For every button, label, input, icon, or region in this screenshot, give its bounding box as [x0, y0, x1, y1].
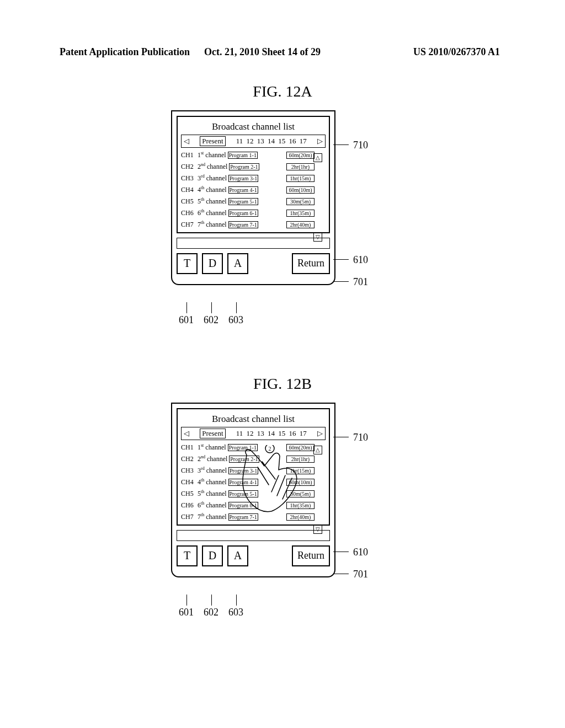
- callout-601: 601: [179, 607, 194, 618]
- figure-title-b: FIG. 12B: [0, 375, 565, 393]
- program-box[interactable]: Program 1-1: [228, 444, 258, 451]
- leader-line: [333, 144, 349, 145]
- channel-list: CH11st channelProgram 1-160m(20m)CH22nd …: [181, 148, 326, 229]
- channel-code: CH2: [181, 163, 198, 171]
- device-figure-b: Broadcast channel list ◁ Present 11 12 1…: [171, 403, 335, 577]
- list-item[interactable]: CH55th channelProgram 5-130m(5m): [181, 486, 315, 498]
- leader-line: [333, 552, 349, 552]
- program-box[interactable]: Program 4-1: [228, 186, 258, 194]
- list-item[interactable]: CH11st channelProgram 1-160m(20m): [181, 440, 315, 452]
- header-left: Patent Application Publication: [60, 46, 190, 58]
- channel-code: CH2: [181, 455, 198, 463]
- input-bar[interactable]: [177, 530, 330, 541]
- timeline-bar[interactable]: ◁ Present 11 12 13 14 15 16 17 ▷: [181, 427, 326, 440]
- leader-line: [186, 302, 187, 313]
- scroll-column: △ ▽: [313, 153, 322, 242]
- callout-602: 602: [204, 314, 218, 326]
- duration-box: 2hr(40m): [286, 513, 315, 521]
- timeline-bar[interactable]: ◁ Present 11 12 13 14 15 16 17 ▷: [181, 135, 326, 148]
- scroll-down-icon[interactable]: ▽: [313, 525, 322, 534]
- return-button[interactable]: Return: [292, 545, 330, 566]
- list-item[interactable]: CH66th channelProgram 6-11hr(35m): [181, 206, 315, 217]
- a-button[interactable]: A: [227, 545, 248, 566]
- channel-code: CH4: [181, 478, 198, 486]
- leader-line: [186, 595, 187, 606]
- screen-area: Broadcast channel list ◁ Present 11 12 1…: [177, 116, 330, 233]
- callout-710: 710: [353, 140, 368, 151]
- program-box[interactable]: Program 3-1: [228, 175, 258, 182]
- channel-name: 4th channel: [198, 185, 227, 194]
- scroll-column: △ ▽: [313, 446, 322, 534]
- callout-601: 601: [179, 314, 194, 326]
- timeline-hours: 11 12 13 14 15 16 17: [236, 429, 307, 438]
- channel-code: CH6: [181, 501, 198, 510]
- callout-701: 701: [353, 569, 368, 580]
- present-label[interactable]: Present: [200, 136, 225, 146]
- broadcast-title: Broadcast channel list: [181, 119, 326, 135]
- d-button[interactable]: D: [202, 253, 223, 274]
- scroll-down-icon[interactable]: ▽: [313, 233, 322, 242]
- program-box[interactable]: Program 6-1: [228, 502, 258, 509]
- program-box[interactable]: Program 7-1: [228, 221, 258, 228]
- channel-name: 1st channel: [198, 443, 226, 452]
- channel-code: CH3: [181, 467, 198, 475]
- header-middle: Oct. 21, 2010 Sheet 14 of 29: [204, 46, 321, 58]
- list-item[interactable]: CH22nd channelProgram 2-12hr(1hr): [181, 159, 315, 171]
- program-box[interactable]: Program 2-1: [229, 163, 259, 170]
- bottom-button-row: T D A Return: [172, 541, 334, 576]
- duration-box: 60m(20m): [286, 444, 315, 451]
- arrow-right-icon[interactable]: ▷: [317, 137, 323, 146]
- d-button[interactable]: D: [202, 545, 223, 566]
- callout-603: 603: [228, 607, 243, 618]
- duration-box: 60m(10m): [286, 186, 315, 194]
- arrow-right-icon[interactable]: ▷: [317, 429, 323, 438]
- list-item[interactable]: CH44th channelProgram 4-160m(10m): [181, 183, 315, 194]
- scroll-up-icon[interactable]: △: [313, 446, 322, 454]
- return-button[interactable]: Return: [292, 253, 330, 274]
- channel-code: CH5: [181, 197, 198, 206]
- broadcast-title: Broadcast channel list: [181, 411, 326, 427]
- a-button[interactable]: A: [227, 253, 248, 274]
- channel-code: CH1: [181, 443, 198, 452]
- duration-box: 2hr(40m): [286, 221, 315, 228]
- list-item[interactable]: CH77th channelProgram 7-12hr(40m): [181, 510, 315, 521]
- channel-name: 3rd channel: [198, 174, 227, 183]
- list-item[interactable]: CH33rd channelProgram 3-11hr(15m): [181, 171, 315, 183]
- duration-box: 1hr(35m): [286, 210, 315, 217]
- list-item[interactable]: CH77th channelProgram 7-12hr(40m): [181, 217, 315, 229]
- t-button[interactable]: T: [177, 545, 198, 566]
- program-box[interactable]: Program 5-1: [228, 490, 258, 497]
- channel-name: 2nd channel: [198, 162, 227, 171]
- leader-line: [236, 302, 237, 313]
- list-item[interactable]: CH33rd channelProgram 3-11hr(15m): [181, 463, 315, 475]
- duration-box: 30m(5m): [286, 198, 315, 205]
- leader-line: [333, 574, 349, 574]
- duration-box: 60m(10m): [286, 479, 315, 486]
- list-item[interactable]: CH55th channelProgram 5-130m(5m): [181, 194, 315, 206]
- list-item[interactable]: CH11st channelProgram 1-160m(20m): [181, 148, 315, 159]
- channel-code: CH6: [181, 209, 198, 217]
- scroll-up-icon[interactable]: △: [313, 153, 322, 162]
- program-box[interactable]: Program 3-1: [228, 467, 258, 474]
- timeline-hours: 11 12 13 14 15 16 17: [236, 137, 307, 146]
- channel-name: 5th channel: [198, 489, 227, 498]
- program-box[interactable]: Program 7-1: [228, 513, 258, 521]
- t-button[interactable]: T: [177, 253, 198, 274]
- list-item[interactable]: CH44th channelProgram 4-160m(10m): [181, 475, 315, 486]
- list-item[interactable]: CH22nd channelProgram 2-12hr(1hr): [181, 452, 315, 463]
- program-box[interactable]: Program 5-1: [228, 198, 258, 205]
- callout-701: 701: [353, 276, 368, 288]
- arrow-left-icon[interactable]: ◁: [184, 137, 189, 146]
- channel-code: CH4: [181, 186, 198, 194]
- arrow-left-icon[interactable]: ◁: [184, 429, 189, 438]
- leader-line: [333, 437, 349, 437]
- program-box[interactable]: Program 2-1: [229, 456, 259, 463]
- list-item[interactable]: CH66th channelProgram 6-11hr(35m): [181, 498, 315, 510]
- present-label[interactable]: Present: [200, 429, 225, 438]
- program-box[interactable]: Program 6-1: [228, 210, 258, 217]
- callout-602: 602: [204, 607, 218, 618]
- duration-box: 1hr(15m): [286, 175, 315, 182]
- program-box[interactable]: Program 1-1: [228, 152, 258, 159]
- input-bar[interactable]: [177, 238, 330, 249]
- program-box[interactable]: Program 4-1: [228, 479, 258, 486]
